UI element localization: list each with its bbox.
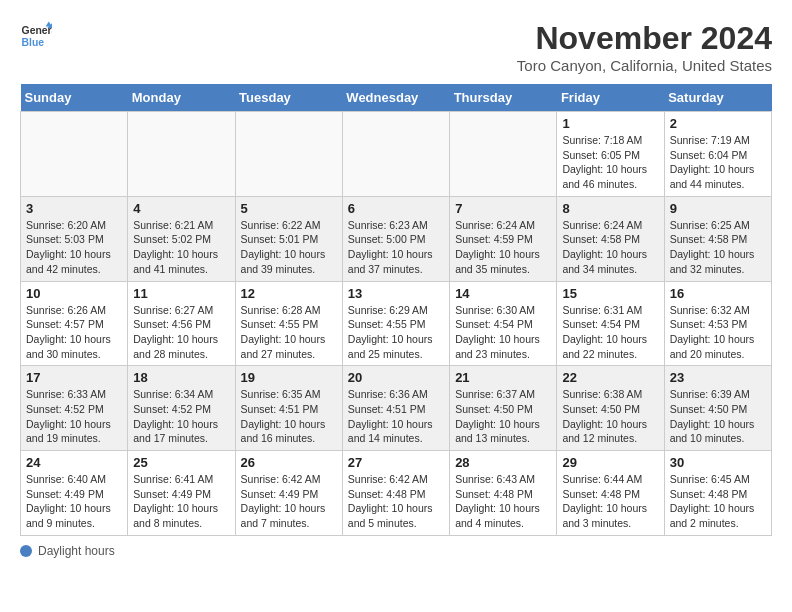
col-wednesday: Wednesday: [342, 84, 449, 112]
calendar-cell: 28Sunrise: 6:43 AM Sunset: 4:48 PM Dayli…: [450, 451, 557, 536]
day-info: Sunrise: 6:29 AM Sunset: 4:55 PM Dayligh…: [348, 303, 444, 362]
calendar-cell: [235, 112, 342, 197]
col-tuesday: Tuesday: [235, 84, 342, 112]
day-info: Sunrise: 6:27 AM Sunset: 4:56 PM Dayligh…: [133, 303, 229, 362]
calendar-week-1: 1Sunrise: 7:18 AM Sunset: 6:05 PM Daylig…: [21, 112, 772, 197]
day-number: 19: [241, 370, 337, 385]
calendar-cell: 21Sunrise: 6:37 AM Sunset: 4:50 PM Dayli…: [450, 366, 557, 451]
day-info: Sunrise: 6:31 AM Sunset: 4:54 PM Dayligh…: [562, 303, 658, 362]
day-info: Sunrise: 6:39 AM Sunset: 4:50 PM Dayligh…: [670, 387, 766, 446]
day-number: 12: [241, 286, 337, 301]
day-info: Sunrise: 7:18 AM Sunset: 6:05 PM Dayligh…: [562, 133, 658, 192]
calendar-cell: 4Sunrise: 6:21 AM Sunset: 5:02 PM Daylig…: [128, 196, 235, 281]
day-number: 6: [348, 201, 444, 216]
day-info: Sunrise: 6:40 AM Sunset: 4:49 PM Dayligh…: [26, 472, 122, 531]
header: General Blue November 2024 Toro Canyon, …: [20, 20, 772, 74]
calendar-cell: 1Sunrise: 7:18 AM Sunset: 6:05 PM Daylig…: [557, 112, 664, 197]
col-thursday: Thursday: [450, 84, 557, 112]
day-number: 1: [562, 116, 658, 131]
day-info: Sunrise: 6:44 AM Sunset: 4:48 PM Dayligh…: [562, 472, 658, 531]
day-info: Sunrise: 6:36 AM Sunset: 4:51 PM Dayligh…: [348, 387, 444, 446]
day-info: Sunrise: 6:24 AM Sunset: 4:58 PM Dayligh…: [562, 218, 658, 277]
calendar-week-5: 24Sunrise: 6:40 AM Sunset: 4:49 PM Dayli…: [21, 451, 772, 536]
day-info: Sunrise: 6:42 AM Sunset: 4:48 PM Dayligh…: [348, 472, 444, 531]
day-number: 9: [670, 201, 766, 216]
calendar-cell: 7Sunrise: 6:24 AM Sunset: 4:59 PM Daylig…: [450, 196, 557, 281]
day-info: Sunrise: 6:22 AM Sunset: 5:01 PM Dayligh…: [241, 218, 337, 277]
calendar-cell: 10Sunrise: 6:26 AM Sunset: 4:57 PM Dayli…: [21, 281, 128, 366]
footer-dot-icon: [20, 545, 32, 557]
day-info: Sunrise: 6:37 AM Sunset: 4:50 PM Dayligh…: [455, 387, 551, 446]
day-number: 2: [670, 116, 766, 131]
day-number: 11: [133, 286, 229, 301]
day-info: Sunrise: 6:38 AM Sunset: 4:50 PM Dayligh…: [562, 387, 658, 446]
day-number: 15: [562, 286, 658, 301]
calendar-week-2: 3Sunrise: 6:20 AM Sunset: 5:03 PM Daylig…: [21, 196, 772, 281]
day-number: 5: [241, 201, 337, 216]
day-number: 7: [455, 201, 551, 216]
day-info: Sunrise: 6:45 AM Sunset: 4:48 PM Dayligh…: [670, 472, 766, 531]
calendar-cell: 13Sunrise: 6:29 AM Sunset: 4:55 PM Dayli…: [342, 281, 449, 366]
day-info: Sunrise: 6:35 AM Sunset: 4:51 PM Dayligh…: [241, 387, 337, 446]
calendar-cell: [342, 112, 449, 197]
calendar-cell: 26Sunrise: 6:42 AM Sunset: 4:49 PM Dayli…: [235, 451, 342, 536]
calendar-week-4: 17Sunrise: 6:33 AM Sunset: 4:52 PM Dayli…: [21, 366, 772, 451]
day-info: Sunrise: 6:41 AM Sunset: 4:49 PM Dayligh…: [133, 472, 229, 531]
day-number: 17: [26, 370, 122, 385]
day-info: Sunrise: 6:23 AM Sunset: 5:00 PM Dayligh…: [348, 218, 444, 277]
day-info: Sunrise: 6:24 AM Sunset: 4:59 PM Dayligh…: [455, 218, 551, 277]
day-info: Sunrise: 6:26 AM Sunset: 4:57 PM Dayligh…: [26, 303, 122, 362]
svg-text:Blue: Blue: [22, 37, 45, 48]
day-info: Sunrise: 6:20 AM Sunset: 5:03 PM Dayligh…: [26, 218, 122, 277]
day-info: Sunrise: 6:30 AM Sunset: 4:54 PM Dayligh…: [455, 303, 551, 362]
col-sunday: Sunday: [21, 84, 128, 112]
calendar-cell: [128, 112, 235, 197]
location: Toro Canyon, California, United States: [517, 57, 772, 74]
day-number: 18: [133, 370, 229, 385]
logo: General Blue: [20, 20, 52, 52]
day-info: Sunrise: 6:21 AM Sunset: 5:02 PM Dayligh…: [133, 218, 229, 277]
calendar-cell: 27Sunrise: 6:42 AM Sunset: 4:48 PM Dayli…: [342, 451, 449, 536]
calendar-cell: 23Sunrise: 6:39 AM Sunset: 4:50 PM Dayli…: [664, 366, 771, 451]
day-number: 20: [348, 370, 444, 385]
calendar-cell: 14Sunrise: 6:30 AM Sunset: 4:54 PM Dayli…: [450, 281, 557, 366]
header-row: Sunday Monday Tuesday Wednesday Thursday…: [21, 84, 772, 112]
calendar-cell: 19Sunrise: 6:35 AM Sunset: 4:51 PM Dayli…: [235, 366, 342, 451]
day-number: 16: [670, 286, 766, 301]
day-info: Sunrise: 6:28 AM Sunset: 4:55 PM Dayligh…: [241, 303, 337, 362]
calendar-cell: 18Sunrise: 6:34 AM Sunset: 4:52 PM Dayli…: [128, 366, 235, 451]
day-info: Sunrise: 6:33 AM Sunset: 4:52 PM Dayligh…: [26, 387, 122, 446]
day-number: 30: [670, 455, 766, 470]
calendar-table: Sunday Monday Tuesday Wednesday Thursday…: [20, 84, 772, 536]
day-number: 26: [241, 455, 337, 470]
calendar-cell: 8Sunrise: 6:24 AM Sunset: 4:58 PM Daylig…: [557, 196, 664, 281]
calendar-cell: 12Sunrise: 6:28 AM Sunset: 4:55 PM Dayli…: [235, 281, 342, 366]
calendar-week-3: 10Sunrise: 6:26 AM Sunset: 4:57 PM Dayli…: [21, 281, 772, 366]
day-info: Sunrise: 6:43 AM Sunset: 4:48 PM Dayligh…: [455, 472, 551, 531]
day-number: 10: [26, 286, 122, 301]
day-info: Sunrise: 6:25 AM Sunset: 4:58 PM Dayligh…: [670, 218, 766, 277]
day-number: 28: [455, 455, 551, 470]
footer-label: Daylight hours: [38, 544, 115, 558]
day-number: 4: [133, 201, 229, 216]
day-number: 25: [133, 455, 229, 470]
col-friday: Friday: [557, 84, 664, 112]
calendar-cell: 17Sunrise: 6:33 AM Sunset: 4:52 PM Dayli…: [21, 366, 128, 451]
logo-icon: General Blue: [20, 20, 52, 52]
day-number: 13: [348, 286, 444, 301]
day-number: 8: [562, 201, 658, 216]
calendar-cell: 3Sunrise: 6:20 AM Sunset: 5:03 PM Daylig…: [21, 196, 128, 281]
day-info: Sunrise: 6:42 AM Sunset: 4:49 PM Dayligh…: [241, 472, 337, 531]
footer-note: Daylight hours: [20, 544, 772, 558]
calendar-cell: 22Sunrise: 6:38 AM Sunset: 4:50 PM Dayli…: [557, 366, 664, 451]
calendar-cell: 30Sunrise: 6:45 AM Sunset: 4:48 PM Dayli…: [664, 451, 771, 536]
calendar-cell: 25Sunrise: 6:41 AM Sunset: 4:49 PM Dayli…: [128, 451, 235, 536]
calendar-cell: [450, 112, 557, 197]
day-number: 14: [455, 286, 551, 301]
day-number: 21: [455, 370, 551, 385]
col-monday: Monday: [128, 84, 235, 112]
day-number: 24: [26, 455, 122, 470]
calendar-cell: 5Sunrise: 6:22 AM Sunset: 5:01 PM Daylig…: [235, 196, 342, 281]
day-info: Sunrise: 6:32 AM Sunset: 4:53 PM Dayligh…: [670, 303, 766, 362]
calendar-cell: [21, 112, 128, 197]
